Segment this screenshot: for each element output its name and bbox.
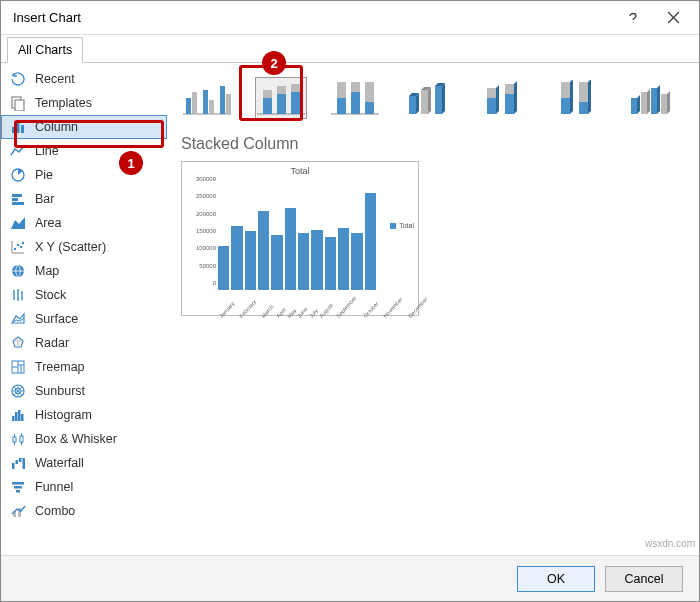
x-tick-label: August <box>318 302 334 319</box>
sidebar-item-label: Area <box>35 216 61 230</box>
x-tick-label: May <box>286 307 297 319</box>
subtype-3d-column[interactable] <box>625 77 677 119</box>
sidebar-item-line[interactable]: Line <box>1 139 167 163</box>
tabstrip: All Charts <box>1 35 699 63</box>
line-icon <box>9 142 27 160</box>
bar-icon <box>9 190 27 208</box>
surface-icon <box>9 310 27 328</box>
watermark: wsxdn.com <box>645 538 695 549</box>
svg-rect-22 <box>20 436 23 442</box>
svg-rect-37 <box>220 86 225 114</box>
x-tick-label: October <box>362 300 380 319</box>
svg-rect-41 <box>263 90 272 98</box>
svg-rect-64 <box>631 98 637 114</box>
sidebar-item-label: Recent <box>35 72 75 86</box>
svg-rect-1 <box>15 100 24 111</box>
sidebar-item-radar[interactable]: Radar <box>1 331 167 355</box>
y-tick-label: 250000 <box>186 193 216 199</box>
svg-rect-42 <box>277 94 286 114</box>
svg-rect-24 <box>16 460 19 464</box>
preview-bar <box>218 246 229 290</box>
sidebar-item-label: Sunburst <box>35 384 85 398</box>
preview-bar <box>285 208 296 291</box>
legend-label: Total <box>399 222 414 229</box>
sidebar-item-column[interactable]: Column <box>1 115 167 139</box>
svg-rect-48 <box>337 82 346 98</box>
preview-legend: Total <box>390 222 414 229</box>
sidebar-item-boxwhisker[interactable]: Box & Whisker <box>1 427 167 451</box>
sidebar-item-pie[interactable]: Pie <box>1 163 167 187</box>
x-tick-label: January <box>218 300 236 319</box>
svg-point-9 <box>14 248 16 250</box>
subtype-3d-stacked-column[interactable] <box>477 77 529 119</box>
sidebar-item-label: Combo <box>35 504 75 518</box>
preview-bar <box>325 237 336 290</box>
x-axis-labels: JanuaryFebruaryMarchAprilMayJuneJulyAugu… <box>218 307 376 313</box>
sidebar-item-recent[interactable]: Recent <box>1 67 167 91</box>
chart-preview[interactable]: Total 3000002500002000001500001000005000… <box>181 161 419 316</box>
sidebar-item-bar[interactable]: Bar <box>1 187 167 211</box>
sidebar-item-scatter[interactable]: X Y (Scatter) <box>1 235 167 259</box>
dialog-title: Insert Chart <box>13 10 613 25</box>
histogram-icon <box>9 406 27 424</box>
svg-point-10 <box>17 244 19 246</box>
svg-rect-38 <box>226 94 231 114</box>
help-button[interactable] <box>613 3 653 33</box>
svg-rect-20 <box>21 414 24 421</box>
sidebar-item-funnel[interactable]: Funnel <box>1 475 167 499</box>
sidebar-item-stock[interactable]: Stock <box>1 283 167 307</box>
sidebar-item-templates[interactable]: Templates <box>1 91 167 115</box>
cancel-button[interactable]: Cancel <box>605 566 683 592</box>
sidebar-item-label: Funnel <box>35 480 73 494</box>
subtype-stacked-column[interactable] <box>255 77 307 119</box>
sidebar-item-sunburst[interactable]: Sunburst <box>1 379 167 403</box>
svg-point-11 <box>20 246 22 248</box>
svg-rect-34 <box>192 92 197 114</box>
svg-rect-53 <box>409 96 416 114</box>
sidebar-item-combo[interactable]: Combo <box>1 499 167 523</box>
column-icon <box>9 118 27 136</box>
preview-bar <box>351 233 362 290</box>
tab-all-charts[interactable]: All Charts <box>7 37 83 63</box>
svg-rect-58 <box>505 94 514 114</box>
ok-button[interactable]: OK <box>517 566 595 592</box>
sidebar-item-waterfall[interactable]: Waterfall <box>1 451 167 475</box>
svg-rect-4 <box>21 125 24 133</box>
svg-rect-28 <box>14 486 22 489</box>
sidebar-item-area[interactable]: Area <box>1 211 167 235</box>
svg-rect-40 <box>263 98 272 114</box>
chart-category-sidebar: Recent Templates Column Line Pie Bar Are… <box>1 63 167 555</box>
sidebar-item-surface[interactable]: Surface <box>1 307 167 331</box>
x-tick-label: July <box>308 308 319 319</box>
sidebar-item-treemap[interactable]: Treemap <box>1 355 167 379</box>
subtype-clustered-column[interactable] <box>181 77 233 119</box>
svg-rect-6 <box>12 194 22 197</box>
close-button[interactable] <box>653 3 693 33</box>
subtype-3d-clustered-column[interactable] <box>403 77 455 119</box>
preview-bar <box>231 226 242 290</box>
subtype-100-stacked-column[interactable] <box>329 77 381 119</box>
sidebar-item-label: Templates <box>35 96 92 110</box>
preview-bar <box>338 228 349 290</box>
svg-rect-66 <box>651 88 657 114</box>
preview-bar <box>258 211 269 290</box>
sidebar-item-map[interactable]: Map <box>1 259 167 283</box>
sidebar-item-label: Line <box>35 144 59 158</box>
waterfall-icon <box>9 454 27 472</box>
sidebar-item-histogram[interactable]: Histogram <box>1 403 167 427</box>
svg-rect-43 <box>277 86 286 94</box>
sidebar-item-label: Pie <box>35 168 53 182</box>
svg-rect-63 <box>579 82 588 102</box>
sidebar-item-label: Box & Whisker <box>35 432 117 446</box>
radar-icon <box>9 334 27 352</box>
svg-rect-47 <box>337 98 346 114</box>
svg-rect-27 <box>12 482 24 485</box>
x-tick-label: April <box>275 307 287 319</box>
y-tick-label: 200000 <box>186 211 216 217</box>
svg-rect-49 <box>351 92 360 114</box>
templates-icon <box>9 94 27 112</box>
subtype-3d-100-stacked-column[interactable] <box>551 77 603 119</box>
legend-swatch <box>390 223 396 229</box>
sidebar-item-label: Treemap <box>35 360 85 374</box>
svg-rect-61 <box>561 82 570 98</box>
